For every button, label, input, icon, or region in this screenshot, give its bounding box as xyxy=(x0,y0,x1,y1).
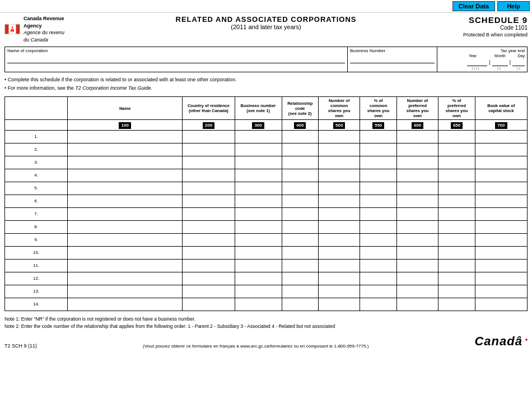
input-row-4-num-pref[interactable] xyxy=(398,170,437,181)
input-row-6-country[interactable] xyxy=(184,196,233,207)
row-1-num-pref[interactable] xyxy=(396,130,438,143)
row-7-name[interactable] xyxy=(68,207,183,220)
input-row-6-book[interactable] xyxy=(477,196,526,207)
row-12-num-common[interactable] xyxy=(318,272,360,285)
row-10-bn[interactable] xyxy=(235,246,282,259)
input-row-6-bn[interactable] xyxy=(236,196,281,207)
row-1-country[interactable] xyxy=(183,130,235,143)
row-8-rel[interactable] xyxy=(282,220,318,233)
row-8-name[interactable] xyxy=(68,220,183,233)
input-row-12-rel[interactable] xyxy=(283,273,317,284)
row-2-rel[interactable] xyxy=(282,143,318,156)
row-6-num-pref[interactable] xyxy=(396,195,438,207)
input-row-12-name[interactable] xyxy=(69,273,181,284)
input-row-9-country[interactable] xyxy=(184,234,233,246)
input-row-7-book[interactable] xyxy=(477,209,526,220)
row-14-pct-common[interactable] xyxy=(360,298,396,311)
row-2-num-pref[interactable] xyxy=(396,143,438,156)
input-row-2-pct-common[interactable] xyxy=(361,144,395,155)
row-11-rel[interactable] xyxy=(282,259,318,272)
input-row-5-pct-common[interactable] xyxy=(361,183,395,194)
row-3-pct-pref[interactable] xyxy=(438,156,475,169)
input-row-12-book[interactable] xyxy=(477,273,526,284)
row-4-rel[interactable] xyxy=(282,169,318,182)
input-row-7-pct-pref[interactable] xyxy=(440,209,473,220)
input-row-4-pct-common[interactable] xyxy=(361,170,395,181)
input-row-2-book[interactable] xyxy=(477,144,526,155)
row-12-pct-common[interactable] xyxy=(360,272,396,285)
input-row-8-num-common[interactable] xyxy=(320,221,359,233)
input-row-13-pct-pref[interactable] xyxy=(440,286,473,297)
input-row-14-pct-common[interactable] xyxy=(361,299,395,310)
row-12-book[interactable] xyxy=(475,272,527,285)
input-row-11-bn[interactable] xyxy=(236,260,281,271)
input-row-4-bn[interactable] xyxy=(236,170,281,181)
row-11-country[interactable] xyxy=(183,259,235,272)
input-row-9-book[interactable] xyxy=(477,234,526,246)
row-2-pct-pref[interactable] xyxy=(438,143,475,156)
row-1-rel[interactable] xyxy=(282,130,318,143)
row-7-bn[interactable] xyxy=(235,207,282,220)
row-7-num-pref[interactable] xyxy=(396,207,438,220)
input-row-8-rel[interactable] xyxy=(283,221,317,233)
input-row-8-book[interactable] xyxy=(477,221,526,233)
row-2-num-common[interactable] xyxy=(318,143,360,156)
input-row-12-country[interactable] xyxy=(184,273,233,284)
year-input[interactable] xyxy=(467,58,487,66)
input-row-4-country[interactable] xyxy=(184,170,233,181)
input-row-11-pct-common[interactable] xyxy=(361,260,395,271)
input-row-6-rel[interactable] xyxy=(283,196,317,207)
corp-name-input[interactable] xyxy=(7,54,345,63)
row-10-book[interactable] xyxy=(475,246,527,259)
row-14-pct-pref[interactable] xyxy=(438,298,475,311)
row-1-num-common[interactable] xyxy=(318,130,360,143)
input-row-5-rel[interactable] xyxy=(283,183,317,194)
input-row-3-num-common[interactable] xyxy=(320,157,359,168)
input-row-3-pct-pref[interactable] xyxy=(440,157,473,168)
day-input[interactable] xyxy=(512,58,525,66)
row-3-pct-common[interactable] xyxy=(360,156,396,169)
row-5-bn[interactable] xyxy=(235,182,282,195)
row-8-country[interactable] xyxy=(183,220,235,233)
input-row-8-pct-pref[interactable] xyxy=(440,221,473,233)
input-row-13-pct-common[interactable] xyxy=(361,286,395,297)
row-2-name[interactable] xyxy=(68,143,183,156)
row-5-country[interactable] xyxy=(183,182,235,195)
row-8-pct-pref[interactable] xyxy=(438,220,475,233)
row-13-pct-common[interactable] xyxy=(360,285,396,298)
input-row-10-name[interactable] xyxy=(69,247,181,258)
input-row-10-num-common[interactable] xyxy=(320,247,359,258)
help-button[interactable]: Help xyxy=(497,1,530,11)
row-13-country[interactable] xyxy=(183,285,235,298)
input-row-9-bn[interactable] xyxy=(236,234,281,246)
row-9-book[interactable] xyxy=(475,233,527,246)
row-11-pct-pref[interactable] xyxy=(438,259,475,272)
input-row-13-num-pref[interactable] xyxy=(398,286,437,297)
input-row-4-pct-pref[interactable] xyxy=(440,170,473,181)
input-row-5-bn[interactable] xyxy=(236,183,281,194)
row-2-bn[interactable] xyxy=(235,143,282,156)
input-row-7-num-common[interactable] xyxy=(320,209,359,220)
input-row-9-pct-pref[interactable] xyxy=(440,234,473,246)
input-row-13-rel[interactable] xyxy=(283,286,317,297)
row-7-num-common[interactable] xyxy=(318,207,360,220)
row-9-num-pref[interactable] xyxy=(396,233,438,246)
input-row-12-pct-common[interactable] xyxy=(361,273,395,284)
input-row-3-bn[interactable] xyxy=(236,157,281,168)
row-2-country[interactable] xyxy=(183,143,235,156)
row-8-num-common[interactable] xyxy=(318,220,360,233)
input-row-10-pct-pref[interactable] xyxy=(440,247,473,258)
row-4-num-pref[interactable] xyxy=(396,169,438,182)
input-row-5-country[interactable] xyxy=(184,183,233,194)
input-row-6-pct-pref[interactable] xyxy=(440,196,473,207)
input-row-1-num-pref[interactable] xyxy=(398,131,437,142)
row-11-num-common[interactable] xyxy=(318,259,360,272)
input-row-10-pct-common[interactable] xyxy=(361,247,395,258)
month-input[interactable] xyxy=(492,58,508,66)
row-11-num-pref[interactable] xyxy=(396,259,438,272)
input-row-10-book[interactable] xyxy=(477,247,526,258)
input-row-1-rel[interactable] xyxy=(283,131,317,142)
row-10-rel[interactable] xyxy=(282,246,318,259)
row-5-num-common[interactable] xyxy=(318,182,360,195)
row-12-name[interactable] xyxy=(68,272,183,285)
